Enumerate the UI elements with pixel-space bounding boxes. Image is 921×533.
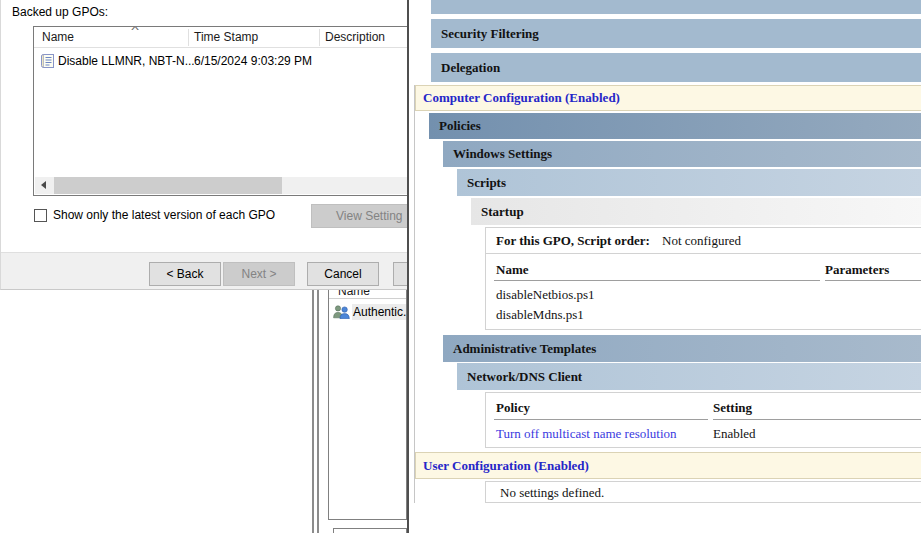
scripts-table-name-header: Name [496,262,529,278]
cancel-button[interactable]: Cancel [307,262,379,286]
bg-column-header-name[interactable]: Name [338,289,370,298]
show-latest-checkbox-label: Show only the latest version of each GPO [53,208,275,222]
header-underline [329,298,406,299]
section-bar-startup[interactable]: Startup [471,198,921,225]
next-button[interactable]: Next > [223,262,295,286]
horizontal-scrollbar[interactable] [35,177,411,194]
script-order-value: Not configured [662,233,741,249]
section-bar-windows-settings[interactable]: Windows Settings [443,141,921,167]
table-header-rule [494,280,820,281]
section-label: Network/DNS Client [467,369,582,385]
script-order-label: For this GPO, Script order: [496,233,650,249]
authenticated-users-item[interactable]: Authentic... [333,303,407,321]
sort-ascending-icon: ^ [131,26,139,35]
computer-configuration-header[interactable]: Computer Configuration (Enabled) [415,85,921,111]
section-label: Policies [439,118,481,134]
authenticated-users-label: Authentic... [352,304,407,320]
table-header-rule [825,280,921,281]
policy-setting-link[interactable]: Turn off multicast name resolution [496,426,677,442]
column-header-time-stamp[interactable]: Time Stamp [194,30,258,44]
scroll-left-arrow-icon[interactable] [35,177,52,194]
section-label: Security Filtering [441,26,539,42]
show-latest-checkbox[interactable] [34,209,47,222]
lower-list-box [333,528,407,533]
backed-up-gpos-list[interactable]: Name ^ Time Stamp Description Disable LL… [33,26,412,196]
column-divider[interactable] [188,29,189,46]
section-label: Delegation [441,60,500,76]
gpo-timestamp-cell: 6/15/2024 9:03:29 PM [194,54,312,68]
section-label: Computer Configuration (Enabled) [423,90,620,106]
script-row-name: disableMdns.ps1 [496,307,584,323]
startup-scripts-panel: For this GPO, Script order: Not configur… [485,227,921,330]
section-bar-delegation[interactable]: Delegation [431,53,921,82]
report-left-rule [414,85,415,503]
gpo-settings-report: Security Filtering Delegation Computer C… [407,0,921,533]
scripts-table-parameters-header: Parameters [825,262,889,278]
policy-settings-panel: Policy Setting Turn off multicast name r… [485,392,921,448]
column-header-name[interactable]: Name [42,30,74,44]
window-edge-line [317,288,319,533]
window-edge-line [312,288,314,533]
gpo-name-cell: Disable LLMNR, NBT-N... [58,54,195,68]
section-label: Startup [481,204,524,220]
section-bar-administrative-templates[interactable]: Administrative Templates [443,335,921,362]
user-configuration-header[interactable]: User Configuration (Enabled) [415,452,921,479]
scrollbar-thumb[interactable] [54,177,282,194]
section-bar-scripts[interactable]: Scripts [457,169,921,196]
list-header-row: Name ^ Time Stamp Description [34,27,412,48]
policy-table-policy-header: Policy [496,400,530,416]
section-label: Windows Settings [453,146,552,162]
import-settings-wizard-dialog: Backed up GPOs: Name ^ Time Stamp Descri… [0,0,412,290]
table-header-rule [494,419,708,420]
authenticated-users-icon [333,305,350,319]
no-settings-panel: No settings defined. [485,481,921,503]
security-filtering-list[interactable]: Name Authentic... [328,289,407,520]
section-label: User Configuration (Enabled) [423,458,589,474]
section-bar-security-filtering[interactable]: Security Filtering [431,19,921,48]
back-button[interactable]: < Back [149,262,221,286]
gpo-row[interactable]: Disable LLMNR, NBT-N... 6/15/2024 9:03:2… [34,51,412,71]
gpo-scroll-icon [41,54,54,69]
policy-table-setting-header: Setting [713,400,752,416]
table-header-rule [713,419,921,420]
view-settings-button[interactable]: View Setting [311,204,412,228]
section-label: Administrative Templates [453,341,596,357]
backed-up-gpos-label: Backed up GPOs: [12,5,108,19]
script-row-name: disableNetbios.ps1 [496,287,595,303]
section-bar-policies[interactable]: Policies [429,113,921,139]
no-settings-text: No settings defined. [500,485,604,501]
section-bar-network-dns-client[interactable]: Network/DNS Client [457,363,921,390]
script-order-row: For this GPO, Script order: Not configur… [486,228,921,254]
section-label: Scripts [467,175,506,191]
setting-value: Enabled [713,426,756,442]
section-bar-partial[interactable] [431,0,921,14]
screen: Backed up GPOs: Name ^ Time Stamp Descri… [0,0,921,533]
column-header-description[interactable]: Description [325,30,385,44]
column-divider[interactable] [319,29,320,46]
